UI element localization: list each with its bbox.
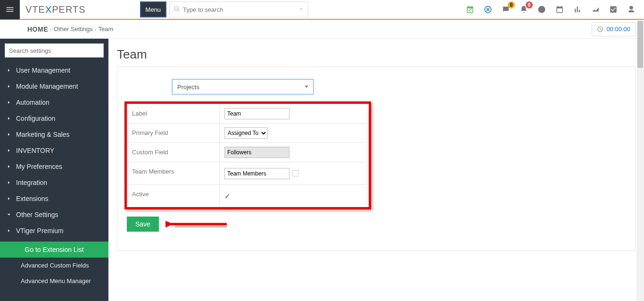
bar-chart-icon[interactable] xyxy=(573,5,582,14)
sidebar-item-inventory[interactable]: INVENTORY xyxy=(0,142,108,159)
sidebar-sub-advanced-menu-manager[interactable]: Advanced Menu Manager xyxy=(0,273,108,289)
main-content: Team Projects Label Primary F xyxy=(108,39,644,301)
global-search[interactable] xyxy=(169,1,308,17)
label-caption: Label xyxy=(127,104,220,123)
sidebar-item-label: Extensions xyxy=(16,195,48,202)
plus-circle-icon[interactable] xyxy=(537,5,546,14)
sidebar-item-label: Marketing & Sales xyxy=(16,131,70,138)
custom-cell xyxy=(220,143,367,162)
sidebar-item-integration[interactable]: Integration xyxy=(0,175,108,191)
members-input[interactable] xyxy=(224,168,289,179)
members-cell xyxy=(220,162,367,184)
search-input[interactable] xyxy=(183,6,298,13)
form-row-active: Active ✓ xyxy=(127,185,367,207)
breadcrumb-item-2: Team xyxy=(98,25,113,33)
sidebar-item-automation[interactable]: Automation xyxy=(0,94,108,110)
primary-cell: Assigned To xyxy=(220,124,367,142)
save-button[interactable]: Save xyxy=(127,217,159,232)
breadcrumb-home[interactable]: HOME xyxy=(27,25,48,33)
brand-prefix: VTE xyxy=(25,4,45,15)
members-extra-checkbox[interactable] xyxy=(292,170,298,176)
hamburger-menu[interactable] xyxy=(0,0,20,19)
settings-panel: Projects Label Primary Field xyxy=(117,67,636,251)
chevron-right-icon xyxy=(7,100,11,105)
search-settings-wrap xyxy=(5,43,104,58)
chevron-right-icon xyxy=(7,116,11,121)
top-icon-bar: 0 0 xyxy=(466,5,644,14)
sidebar-item-label: INVENTORY xyxy=(16,147,54,154)
sidebar-item-label: Automation xyxy=(16,99,50,106)
menu-button[interactable]: Menu xyxy=(140,1,167,17)
timer-widget[interactable]: 00:00:00 xyxy=(592,22,636,36)
form-row-members: Team Members xyxy=(127,162,367,185)
save-row: Save xyxy=(127,217,626,232)
bell-icon[interactable]: 0 xyxy=(520,5,528,14)
chevron-right-icon xyxy=(7,132,11,137)
page-title: Team xyxy=(117,47,636,62)
primary-select[interactable]: Assigned To xyxy=(224,127,268,139)
user-icon[interactable] xyxy=(627,5,636,14)
module-select[interactable]: Projects xyxy=(172,79,314,94)
module-select-value: Projects xyxy=(177,84,199,91)
sidebar-item-label: Configuration xyxy=(16,115,55,122)
breadcrumb-row: HOME › Other Settings › Team 00:00:00 xyxy=(0,20,644,39)
calendar-grid-icon[interactable] xyxy=(555,5,564,14)
chevron-right-icon xyxy=(7,68,11,73)
sidebar-item-label: User Management xyxy=(16,67,70,74)
sidebar-item-my-preferences[interactable]: My Preferences xyxy=(0,159,108,175)
app-icon[interactable] xyxy=(484,5,492,14)
settings-sidebar: User Management Module Management Automa… xyxy=(0,39,108,301)
members-caption: Team Members xyxy=(127,162,220,184)
form-box-wrap: Label Primary Field Assigned To xyxy=(127,104,367,207)
scrollbar-track[interactable] xyxy=(636,21,644,301)
arrow-annotation-icon xyxy=(165,217,231,231)
sidebar-item-marketing-sales[interactable]: Marketing & Sales xyxy=(0,126,108,142)
form-row-primary: Primary Field Assigned To xyxy=(127,124,367,143)
chevron-right-icon xyxy=(7,180,11,185)
chevron-right-icon xyxy=(7,148,11,153)
active-cell: ✓ xyxy=(220,185,367,207)
chat-icon[interactable]: 0 xyxy=(502,5,510,14)
breadcrumb-sep: › xyxy=(95,26,97,32)
chat-badge: 0 xyxy=(508,1,515,8)
clock-icon xyxy=(597,26,603,33)
sidebar-item-extensions[interactable]: Extensions xyxy=(0,191,108,207)
check-square-icon[interactable] xyxy=(609,5,618,14)
sidebar-item-label: Other Settings xyxy=(16,211,58,218)
hamburger-icon xyxy=(5,5,15,14)
sidebar-item-vtiger-premium[interactable]: VTiger Premium xyxy=(0,223,108,239)
active-checkmark-icon[interactable]: ✓ xyxy=(224,192,231,201)
primary-caption: Primary Field xyxy=(127,124,220,142)
sidebar-item-module-management[interactable]: Module Management xyxy=(0,78,108,94)
calendar-check-icon[interactable] xyxy=(466,5,474,14)
layout: User Management Module Management Automa… xyxy=(0,39,644,301)
chevron-right-icon xyxy=(7,164,11,169)
sidebar-item-other-settings[interactable]: Other Settings xyxy=(0,207,108,223)
form-row-label: Label xyxy=(127,104,367,124)
chevron-right-icon xyxy=(7,84,11,89)
sidebar-item-label: VTiger Premium xyxy=(16,227,64,234)
sidebar-item-label: Integration xyxy=(16,179,47,186)
brand-suffix: PERTS xyxy=(52,4,85,15)
bell-badge: 0 xyxy=(526,1,533,8)
search-icon xyxy=(173,6,180,14)
sidebar-item-user-management[interactable]: User Management xyxy=(0,62,108,78)
chevron-right-icon xyxy=(7,196,11,201)
sidebar-item-label: Module Management xyxy=(16,83,78,90)
brand-logo: VTEXPERTS xyxy=(25,4,86,15)
sidebar-item-configuration[interactable]: Configuration xyxy=(0,110,108,126)
scrollbar-thumb[interactable] xyxy=(637,21,643,68)
module-select-row: Projects xyxy=(127,79,626,94)
go-to-extension-list[interactable]: Go to Extension List xyxy=(0,242,108,258)
custom-input xyxy=(224,147,289,158)
label-input[interactable] xyxy=(224,108,289,119)
timer-value: 00:00:00 xyxy=(606,25,630,33)
sidebar-sub-advanced-custom-fields[interactable]: Advanced Custom Fields xyxy=(0,258,108,273)
area-chart-icon[interactable] xyxy=(591,5,600,14)
chevron-down-icon[interactable] xyxy=(298,6,304,13)
breadcrumb-item-1[interactable]: Other Settings xyxy=(54,25,93,33)
label-cell xyxy=(220,104,367,123)
topbar: VTEXPERTS Menu 0 0 xyxy=(0,0,644,20)
search-settings-input[interactable] xyxy=(5,43,104,58)
sidebar-item-label: My Preferences xyxy=(16,163,62,170)
